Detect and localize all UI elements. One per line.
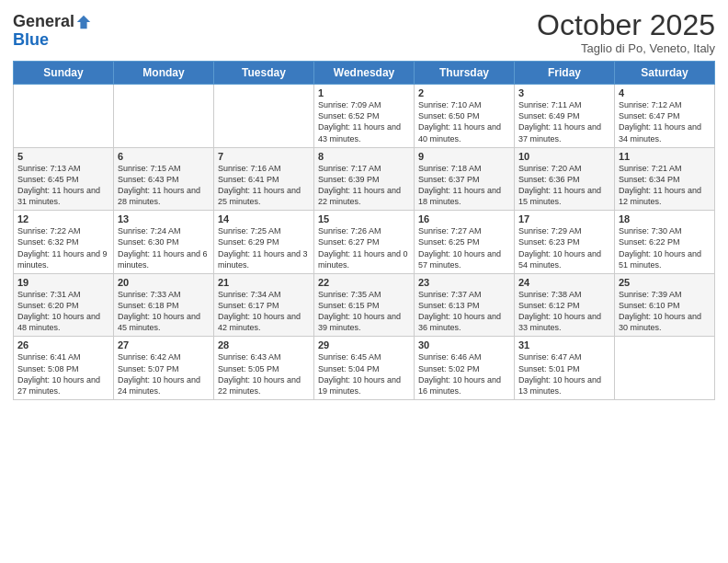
calendar-cell bbox=[114, 85, 214, 148]
day-info: Sunrise: 7:30 AMSunset: 6:22 PMDaylight:… bbox=[619, 225, 711, 270]
day-info: Sunrise: 6:43 AMSunset: 5:05 PMDaylight:… bbox=[218, 351, 310, 396]
calendar-cell: 19Sunrise: 7:31 AMSunset: 6:20 PMDayligh… bbox=[14, 273, 114, 337]
calendar-cell: 2Sunrise: 7:10 AMSunset: 6:50 PMDaylight… bbox=[415, 85, 515, 148]
day-number: 25 bbox=[619, 277, 711, 288]
day-info: Sunrise: 7:35 AMSunset: 6:15 PMDaylight:… bbox=[318, 289, 410, 334]
calendar-cell: 17Sunrise: 7:29 AMSunset: 6:23 PMDayligh… bbox=[515, 211, 615, 274]
calendar-cell: 26Sunrise: 6:41 AMSunset: 5:08 PMDayligh… bbox=[14, 337, 114, 400]
weekday-header-friday: Friday bbox=[515, 62, 615, 85]
day-info: Sunrise: 7:22 AMSunset: 6:32 PMDaylight:… bbox=[17, 225, 109, 270]
day-number: 23 bbox=[418, 277, 510, 288]
calendar-cell: 4Sunrise: 7:12 AMSunset: 6:47 PMDaylight… bbox=[615, 85, 715, 148]
day-info: Sunrise: 7:17 AMSunset: 6:39 PMDaylight:… bbox=[318, 163, 410, 208]
calendar-cell: 11Sunrise: 7:21 AMSunset: 6:34 PMDayligh… bbox=[615, 147, 715, 211]
title-block: October 2025 Taglio di Po, Veneto, Italy bbox=[537, 9, 715, 55]
day-info: Sunrise: 7:39 AMSunset: 6:10 PMDaylight:… bbox=[619, 289, 711, 334]
location-subtitle: Taglio di Po, Veneto, Italy bbox=[537, 41, 715, 55]
day-info: Sunrise: 7:34 AMSunset: 6:17 PMDaylight:… bbox=[218, 289, 310, 334]
day-number: 7 bbox=[218, 151, 310, 162]
day-info: Sunrise: 7:21 AMSunset: 6:34 PMDaylight:… bbox=[619, 163, 711, 208]
day-info: Sunrise: 7:31 AMSunset: 6:20 PMDaylight:… bbox=[17, 289, 109, 334]
day-number: 20 bbox=[118, 277, 210, 288]
day-number: 27 bbox=[118, 339, 210, 350]
logo-general: General bbox=[13, 13, 74, 31]
calendar-cell: 27Sunrise: 6:42 AMSunset: 5:07 PMDayligh… bbox=[114, 337, 214, 400]
day-number: 16 bbox=[418, 213, 510, 224]
day-info: Sunrise: 7:33 AMSunset: 6:18 PMDaylight:… bbox=[118, 289, 210, 334]
logo-blue: Blue bbox=[13, 30, 49, 49]
calendar-cell: 12Sunrise: 7:22 AMSunset: 6:32 PMDayligh… bbox=[14, 211, 114, 274]
weekday-header-row: SundayMondayTuesdayWednesdayThursdayFrid… bbox=[14, 62, 715, 85]
calendar-cell: 8Sunrise: 7:17 AMSunset: 6:39 PMDaylight… bbox=[314, 147, 415, 211]
day-info: Sunrise: 6:46 AMSunset: 5:02 PMDaylight:… bbox=[418, 351, 510, 396]
calendar-cell: 21Sunrise: 7:34 AMSunset: 6:17 PMDayligh… bbox=[214, 273, 314, 337]
svg-marker-0 bbox=[77, 16, 90, 29]
day-number: 26 bbox=[17, 339, 109, 350]
day-info: Sunrise: 7:10 AMSunset: 6:50 PMDaylight:… bbox=[418, 99, 510, 144]
day-number: 1 bbox=[318, 87, 410, 98]
day-info: Sunrise: 7:37 AMSunset: 6:13 PMDaylight:… bbox=[418, 289, 510, 334]
weekday-header-thursday: Thursday bbox=[415, 62, 515, 85]
day-number: 12 bbox=[17, 213, 109, 224]
day-number: 11 bbox=[619, 151, 711, 162]
day-number: 14 bbox=[218, 213, 310, 224]
page-container: General Blue October 2025 Taglio di Po, … bbox=[0, 0, 728, 409]
calendar-cell: 3Sunrise: 7:11 AMSunset: 6:49 PMDaylight… bbox=[515, 85, 615, 148]
day-number: 19 bbox=[17, 277, 109, 288]
calendar-cell: 23Sunrise: 7:37 AMSunset: 6:13 PMDayligh… bbox=[415, 273, 515, 337]
calendar-cell: 25Sunrise: 7:39 AMSunset: 6:10 PMDayligh… bbox=[615, 273, 715, 337]
calendar-cell bbox=[214, 85, 314, 148]
day-number: 9 bbox=[418, 151, 510, 162]
day-number: 15 bbox=[318, 213, 410, 224]
day-number: 18 bbox=[619, 213, 711, 224]
day-number: 21 bbox=[218, 277, 310, 288]
day-info: Sunrise: 6:45 AMSunset: 5:04 PMDaylight:… bbox=[318, 351, 410, 396]
calendar-cell: 15Sunrise: 7:26 AMSunset: 6:27 PMDayligh… bbox=[314, 211, 415, 274]
week-row-3: 12Sunrise: 7:22 AMSunset: 6:32 PMDayligh… bbox=[14, 211, 715, 274]
logo-icon bbox=[75, 14, 92, 30]
calendar-cell: 30Sunrise: 6:46 AMSunset: 5:02 PMDayligh… bbox=[415, 337, 515, 400]
day-info: Sunrise: 7:24 AMSunset: 6:30 PMDaylight:… bbox=[118, 225, 210, 270]
day-number: 10 bbox=[518, 151, 610, 162]
header: General Blue October 2025 Taglio di Po, … bbox=[13, 9, 715, 55]
day-info: Sunrise: 7:26 AMSunset: 6:27 PMDaylight:… bbox=[318, 225, 410, 270]
day-info: Sunrise: 7:18 AMSunset: 6:37 PMDaylight:… bbox=[418, 163, 510, 208]
calendar-cell: 7Sunrise: 7:16 AMSunset: 6:41 PMDaylight… bbox=[214, 147, 314, 211]
calendar-cell: 9Sunrise: 7:18 AMSunset: 6:37 PMDaylight… bbox=[415, 147, 515, 211]
day-number: 17 bbox=[518, 213, 610, 224]
calendar-cell: 31Sunrise: 6:47 AMSunset: 5:01 PMDayligh… bbox=[515, 337, 615, 400]
week-row-5: 26Sunrise: 6:41 AMSunset: 5:08 PMDayligh… bbox=[14, 337, 715, 400]
week-row-4: 19Sunrise: 7:31 AMSunset: 6:20 PMDayligh… bbox=[14, 273, 715, 337]
day-number: 4 bbox=[619, 87, 711, 98]
day-number: 5 bbox=[17, 151, 109, 162]
day-info: Sunrise: 7:20 AMSunset: 6:36 PMDaylight:… bbox=[518, 163, 610, 208]
day-number: 8 bbox=[318, 151, 410, 162]
calendar-cell: 5Sunrise: 7:13 AMSunset: 6:45 PMDaylight… bbox=[14, 147, 114, 211]
calendar-cell: 16Sunrise: 7:27 AMSunset: 6:25 PMDayligh… bbox=[415, 211, 515, 274]
day-info: Sunrise: 7:11 AMSunset: 6:49 PMDaylight:… bbox=[518, 99, 610, 144]
day-number: 3 bbox=[518, 87, 610, 98]
day-info: Sunrise: 6:47 AMSunset: 5:01 PMDaylight:… bbox=[518, 351, 610, 396]
day-info: Sunrise: 7:15 AMSunset: 6:43 PMDaylight:… bbox=[118, 163, 210, 208]
calendar-cell bbox=[615, 337, 715, 400]
weekday-header-wednesday: Wednesday bbox=[314, 62, 415, 85]
day-info: Sunrise: 7:16 AMSunset: 6:41 PMDaylight:… bbox=[218, 163, 310, 208]
calendar-cell: 29Sunrise: 6:45 AMSunset: 5:04 PMDayligh… bbox=[314, 337, 415, 400]
calendar-cell: 14Sunrise: 7:25 AMSunset: 6:29 PMDayligh… bbox=[214, 211, 314, 274]
day-info: Sunrise: 7:38 AMSunset: 6:12 PMDaylight:… bbox=[518, 289, 610, 334]
weekday-header-tuesday: Tuesday bbox=[214, 62, 314, 85]
logo: General Blue bbox=[13, 13, 92, 50]
calendar-cell: 18Sunrise: 7:30 AMSunset: 6:22 PMDayligh… bbox=[615, 211, 715, 274]
week-row-1: 1Sunrise: 7:09 AMSunset: 6:52 PMDaylight… bbox=[14, 85, 715, 148]
calendar-cell bbox=[14, 85, 114, 148]
calendar-table: SundayMondayTuesdayWednesdayThursdayFrid… bbox=[13, 61, 715, 400]
calendar-cell: 22Sunrise: 7:35 AMSunset: 6:15 PMDayligh… bbox=[314, 273, 415, 337]
day-number: 2 bbox=[418, 87, 510, 98]
logo-text: General Blue bbox=[13, 13, 92, 50]
weekday-header-saturday: Saturday bbox=[615, 62, 715, 85]
day-number: 22 bbox=[318, 277, 410, 288]
calendar-cell: 1Sunrise: 7:09 AMSunset: 6:52 PMDaylight… bbox=[314, 85, 415, 148]
day-info: Sunrise: 7:09 AMSunset: 6:52 PMDaylight:… bbox=[318, 99, 410, 144]
day-info: Sunrise: 7:12 AMSunset: 6:47 PMDaylight:… bbox=[619, 99, 711, 144]
day-info: Sunrise: 7:29 AMSunset: 6:23 PMDaylight:… bbox=[518, 225, 610, 270]
